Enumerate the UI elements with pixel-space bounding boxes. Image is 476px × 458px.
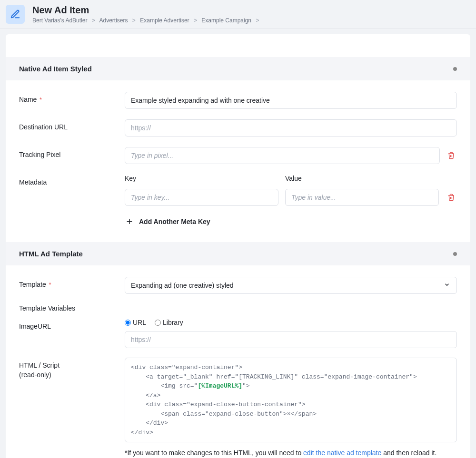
row-template: Template * [19, 277, 457, 294]
row-destination-url: Destination URL [19, 119, 457, 136]
row-html-script: HTML / Script (read-only) <div class="ex… [19, 358, 457, 457]
label-imageurl: ImageURL [19, 319, 125, 330]
name-input[interactable] [125, 92, 457, 109]
trash-icon [447, 151, 455, 160]
meta-value-input[interactable] [285, 189, 439, 206]
section-body-native: Name * Destination URL Tracking Pixel [6, 80, 470, 242]
breadcrumb-separator: > [132, 17, 136, 24]
label-template: Template * [19, 277, 125, 288]
required-marker: * [38, 96, 42, 103]
row-name: Name * [19, 92, 457, 109]
page-title: New Ad Item [32, 5, 262, 15]
edit-template-link[interactable]: edit the native ad template [303, 449, 381, 457]
breadcrumb-item[interactable]: Advertisers [99, 17, 128, 24]
trash-icon [447, 193, 455, 202]
template-select[interactable] [125, 277, 457, 294]
label-html-script: HTML / Script (read-only) [19, 358, 125, 379]
section-header-html-template: HTML Ad Template [6, 242, 470, 265]
delete-meta-button[interactable] [446, 191, 457, 204]
breadcrumb-item[interactable]: Bert Varias's AdButler [32, 17, 87, 24]
label-meta-key: Key [125, 175, 278, 182]
label-tracking-pixel: Tracking Pixel [19, 147, 125, 158]
imageurl-radio-library[interactable] [155, 320, 161, 326]
template-edit-note: *If you want to make changes to this HTM… [125, 449, 457, 457]
imageurl-input[interactable] [125, 331, 457, 348]
section-header-native: Native Ad Item Styled [6, 57, 470, 80]
blank-top-section [6, 34, 470, 57]
breadcrumb-separator: > [256, 17, 259, 24]
delete-pixel-button[interactable] [446, 149, 457, 162]
radio-label-library[interactable]: Library [163, 319, 183, 326]
breadcrumb: Bert Varias's AdButler > Advertisers > E… [32, 17, 262, 24]
breadcrumb-separator: > [92, 17, 95, 24]
app-icon [6, 5, 25, 24]
destination-url-input[interactable] [125, 119, 457, 136]
plus-icon: + [125, 216, 134, 227]
breadcrumb-item[interactable]: Example Advertiser [140, 17, 189, 24]
meta-key-input[interactable] [125, 189, 278, 206]
imageurl-radio-url[interactable] [125, 320, 131, 326]
breadcrumb-separator: > [194, 17, 197, 24]
row-imageurl: ImageURL URL Library [19, 319, 457, 348]
breadcrumb-item[interactable]: Example Campaign [201, 17, 251, 24]
page-header: New Ad Item Bert Varias's AdButler > Adv… [0, 0, 476, 29]
required-marker: * [47, 281, 51, 288]
section-body-html-template: Template * Template Variables ImageURL [6, 265, 470, 458]
label-name: Name * [19, 92, 125, 103]
label-meta-value: Value [285, 175, 439, 182]
add-meta-key-button[interactable]: + Add Another Meta Key [125, 216, 457, 227]
row-tracking-pixel: Tracking Pixel [19, 147, 457, 164]
label-destination-url: Destination URL [19, 119, 125, 131]
section-title: Native Ad Item Styled [19, 65, 92, 73]
section-title: HTML Ad Template [19, 250, 83, 258]
row-metadata: Metadata Key Value [19, 175, 457, 227]
html-script-readonly: <div class="expand-container"> <a target… [125, 358, 457, 442]
template-variables-heading: Template Variables [19, 304, 457, 312]
tracking-pixel-input[interactable] [125, 147, 440, 164]
status-dot-icon [453, 67, 457, 71]
radio-label-url[interactable]: URL [133, 319, 146, 326]
status-dot-icon [453, 252, 457, 256]
title-block: New Ad Item Bert Varias's AdButler > Adv… [32, 5, 262, 24]
main-card: Native Ad Item Styled Name * Destination… [6, 34, 470, 458]
label-metadata: Metadata [19, 175, 125, 186]
